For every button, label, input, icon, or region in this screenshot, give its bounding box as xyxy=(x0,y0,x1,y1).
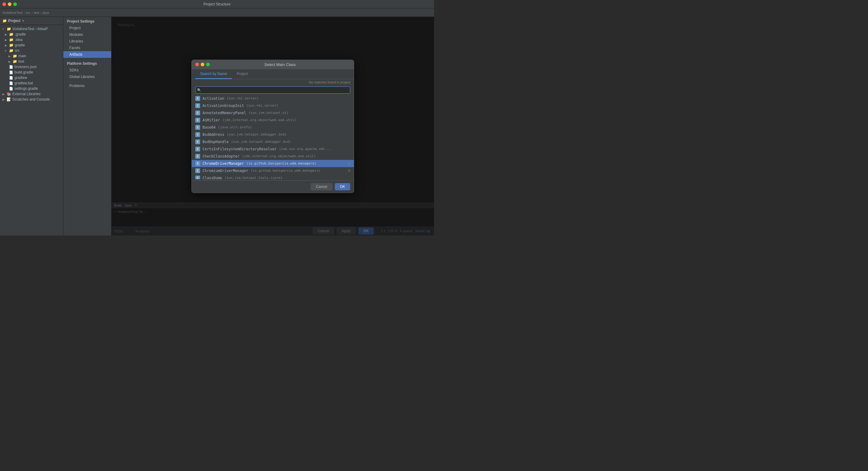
modal-title: Select Main Class xyxy=(210,62,350,67)
list-item[interactable]: C Activation (sun.rmi.server) xyxy=(192,95,354,102)
list-item[interactable]: C ActivationGroupInit (sun.rmi.server) xyxy=(192,102,354,109)
tree-item-label: gradlew xyxy=(14,76,27,80)
package-name: (jdk.internal.org.objectweb.asm.util) xyxy=(242,154,316,158)
list-item[interactable]: C BsdOopHandle (sun.jvm.hotspot.debugger… xyxy=(192,138,354,145)
modal-status: No matches found in project xyxy=(192,79,354,85)
tree-item-label: build.gradle xyxy=(14,70,33,74)
list-item[interactable]: ▶ 📁 test xyxy=(0,59,63,64)
class-name: ActivationGroupInit xyxy=(203,104,244,108)
list-item[interactable]: 📄 gradlew xyxy=(0,75,63,80)
tree-item-label: browsers.json xyxy=(14,65,37,69)
package-name: (com.sun.org.apache.xml... xyxy=(279,147,331,151)
folder-icon: 📁 xyxy=(9,48,13,53)
list-item[interactable]: C ASMifier (jdk.internal.org.objectweb.a… xyxy=(192,116,354,124)
class-icon: C xyxy=(195,96,200,101)
list-item[interactable]: ▶ 📁 main xyxy=(0,53,63,59)
modal-title-bar: Select Main Class xyxy=(192,60,354,69)
search-input[interactable] xyxy=(195,87,350,94)
modal-maximize-button[interactable] xyxy=(206,63,210,66)
breadcrumb-src: src xyxy=(26,11,30,14)
list-item[interactable]: ▾ 📁 src xyxy=(0,48,63,53)
modal-cancel-button[interactable]: Cancel xyxy=(311,183,332,190)
class-name: BsdAddress xyxy=(203,133,224,137)
list-item[interactable]: ▶ 📁 .idea xyxy=(0,37,63,42)
tree-root[interactable]: ▾ 📁 VodafoneTest ~/IdeaP xyxy=(0,26,63,32)
main-content: Nothing to... Select Main Class xyxy=(112,17,434,236)
tree-item-label: gradlew.bat xyxy=(14,81,33,85)
list-item[interactable]: 📄 build.gradle xyxy=(0,70,63,75)
package-name: (jdk.internal.org.objectweb.asm.util) xyxy=(222,118,296,122)
list-item[interactable]: C ClassDump (sun.jvm.hotspot.tools.jcore… xyxy=(192,174,354,179)
modal-close-button[interactable] xyxy=(195,63,199,66)
tree-item-label: main xyxy=(19,54,26,58)
folder-icon: 📁 xyxy=(13,59,17,64)
file-icon: 📄 xyxy=(9,70,13,74)
tab-search-by-name[interactable]: Search by Name xyxy=(195,69,232,79)
class-icon: C xyxy=(195,103,200,108)
settings-item-artifacts[interactable]: Artifacts xyxy=(63,51,111,58)
list-item[interactable]: C BsdAddress (sun.jvm.hotspot.debugger.b… xyxy=(192,131,354,138)
settings-item-problems[interactable]: Problems xyxy=(63,82,111,89)
project-sidebar: 📁 Project ▾ ▾ 📁 VodafoneTest ~/IdeaP ▶ 📁… xyxy=(0,17,63,236)
main-content-row: 📁 Project ▾ ▾ 📁 VodafoneTest ~/IdeaP ▶ 📁… xyxy=(0,17,434,236)
select-main-class-dialog: Select Main Class Search by Name Project… xyxy=(191,60,354,193)
window-title: Project Structure xyxy=(204,2,230,6)
settings-item-global-libraries[interactable]: Global Libraries xyxy=(63,73,111,80)
class-name: ASMifier xyxy=(203,118,220,122)
tree-item-label: gradle xyxy=(15,43,25,47)
breadcrumb: VodafoneTest › src › test › java xyxy=(2,11,49,14)
list-item-selected[interactable]: C ChromeDriverManager (io.github.bonigar… xyxy=(192,160,354,167)
package-name: (sun.rmi.server) xyxy=(227,96,258,100)
list-item[interactable]: ▶ 📁 .gradle xyxy=(0,32,63,37)
settings-item-sdks[interactable]: SDKs xyxy=(63,67,111,73)
list-item[interactable]: C AnnotatedMemoryPanel (sun.jvm.hotspot.… xyxy=(192,109,354,116)
tree-item-label: src xyxy=(15,48,20,53)
file-icon: 📄 xyxy=(9,81,13,85)
settings-item-modules[interactable]: Modules xyxy=(63,31,111,38)
folder-icon: 📁 xyxy=(7,27,11,31)
modal-minimize-button[interactable] xyxy=(201,63,204,66)
tab-project[interactable]: Project xyxy=(232,69,253,79)
list-item[interactable]: 📄 gradlew.bat xyxy=(0,80,63,86)
class-icon: C xyxy=(195,154,200,159)
class-list: C Activation (sun.rmi.server) C Activati… xyxy=(192,95,354,179)
project-icon: 📁 xyxy=(2,19,7,23)
close-button[interactable] xyxy=(2,2,6,6)
list-item[interactable]: C CertsInFilesystemDirectoryResolver (co… xyxy=(192,145,354,153)
class-name: ClassDump xyxy=(203,176,222,179)
class-name: AnnotatedMemoryPanel xyxy=(203,111,246,115)
list-item[interactable]: ▶ 📁 gradle xyxy=(0,42,63,48)
list-item[interactable]: 📄 browsers.json xyxy=(0,64,63,70)
class-name: Base64 xyxy=(203,125,216,130)
folder-icon: 📁 xyxy=(13,54,17,58)
list-item[interactable]: ▶ 📚 External Libraries xyxy=(0,91,63,97)
class-name: ChromiumDriverManager xyxy=(203,169,248,173)
list-item[interactable]: C ChromiumDriverManager (io.github.bonig… xyxy=(192,167,354,174)
folder-icon: 📁 xyxy=(9,38,13,42)
tree-item-label: .idea xyxy=(15,38,23,42)
modal-tabs: Search by Name Project xyxy=(192,69,354,79)
settings-item-project[interactable]: Project xyxy=(63,25,111,31)
list-item[interactable]: ▶ 📝 Scratches and Console xyxy=(0,97,63,102)
breadcrumb-java: java xyxy=(43,11,49,14)
modal-ok-button[interactable]: OK xyxy=(335,183,350,190)
class-icon: C xyxy=(195,175,200,179)
modal-search-container: 🔍 xyxy=(195,87,350,94)
maximize-button[interactable] xyxy=(13,2,17,6)
ide-title-bar: Project Structure xyxy=(0,0,434,8)
class-icon: C xyxy=(195,132,200,137)
minimize-button[interactable] xyxy=(8,2,11,6)
project-settings-title: Project Settings xyxy=(63,17,111,25)
list-item[interactable]: C Base64 (java.util.prefs) xyxy=(192,124,354,131)
sidebar-title: Project xyxy=(8,19,21,23)
tree-item-label: test xyxy=(19,59,24,64)
class-icon: C xyxy=(195,147,200,152)
list-item[interactable]: 📄 settings.gradle xyxy=(0,86,63,91)
settings-item-libraries[interactable]: Libraries xyxy=(63,38,111,44)
modal-traffic-lights xyxy=(195,63,210,66)
package-name: (sun.jvm.hotspot.debugger.bsd) xyxy=(227,133,287,136)
modal-overlay: Select Main Class Search by Name Project… xyxy=(112,17,434,236)
list-item[interactable]: C CheckClassAdapter (jdk.internal.org.ob… xyxy=(192,153,354,160)
dropdown-icon[interactable]: ▾ xyxy=(22,19,24,23)
settings-item-facets[interactable]: Facets xyxy=(63,44,111,51)
